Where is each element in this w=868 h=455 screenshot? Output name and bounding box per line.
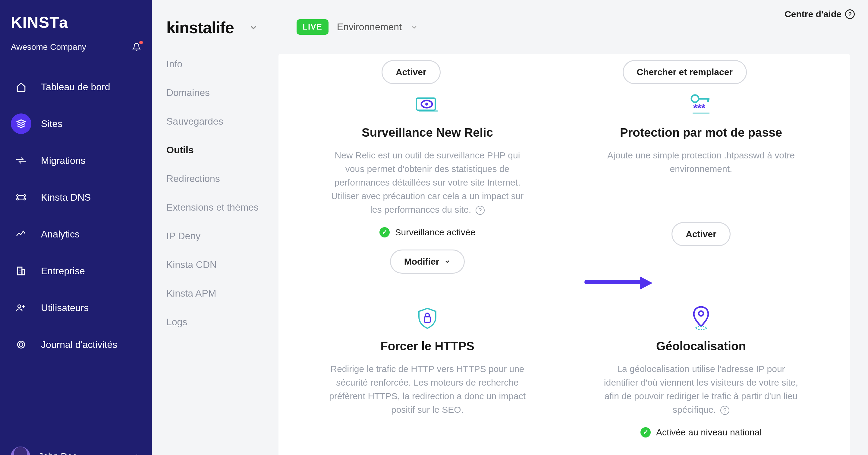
sidebar-item-company[interactable]: Entreprise (11, 257, 141, 285)
user-menu[interactable]: John Doe (11, 447, 141, 455)
svg-rect-20 (424, 317, 430, 322)
tool-title: Géolocalisation (576, 339, 826, 353)
https-icon (303, 304, 552, 333)
notifications-bell[interactable] (132, 42, 141, 52)
sidebar-item-activity-log[interactable]: Journal d'activités (11, 331, 141, 359)
sites-icon (16, 119, 26, 129)
live-badge: LIVE (297, 19, 329, 35)
tool-password-protection: *** Protection par mot de passe Ajoute u… (564, 90, 838, 274)
tool-newrelic: Surveillance New Relic New Relic est un … (290, 90, 564, 274)
subnav-item-backups[interactable]: Sauvegardes (166, 116, 264, 127)
sidebar-item-label: Journal d'activités (41, 339, 117, 350)
svg-rect-19 (692, 113, 710, 114)
subnav-item-redirects[interactable]: Redirections (166, 173, 264, 184)
check-icon: ✓ (379, 227, 390, 237)
status-label: Surveillance activée (395, 227, 475, 237)
subnav-items: Info Domaines Sauvegardes Outils Redirec… (166, 59, 264, 328)
site-subnav: kinstalife Info Domaines Sauvegardes Out… (152, 0, 278, 455)
sidebar-item-migrations[interactable]: Migrations (11, 147, 141, 174)
user-name: John Doe (38, 451, 77, 455)
sidebar-item-dns[interactable]: Kinsta DNS (11, 183, 141, 211)
svg-point-10 (18, 341, 24, 348)
sidebar-item-label: Analytics (41, 229, 80, 240)
svg-point-8 (18, 305, 21, 308)
sidebar-item-users[interactable]: Utilisateurs (11, 294, 141, 322)
info-icon[interactable]: ? (720, 406, 730, 415)
help-center-label: Centre d'aide (784, 9, 841, 19)
search-replace-button[interactable]: Chercher et remplacer (623, 60, 747, 84)
main-area: Centre d'aide ? LIVE Environnement Activ… (278, 0, 868, 455)
password-icon: *** (576, 90, 826, 119)
tool-force-https: Forcer le HTTPS Redirige le trafic de HT… (290, 304, 564, 450)
tool-title: Protection par mot de passe (576, 126, 826, 139)
subnav-item-tools[interactable]: Outils (166, 144, 264, 156)
sidebar-item-label: Migrations (41, 155, 86, 166)
subnav-item-info[interactable]: Info (166, 59, 264, 70)
subnav-item-logs[interactable]: Logs (166, 316, 264, 328)
svg-rect-6 (18, 267, 22, 275)
svg-rect-17 (707, 98, 709, 102)
environment-label: Environnement (337, 22, 402, 33)
svg-point-21 (699, 311, 704, 316)
tools-card: Activer Chercher et remplacer Surveillan… (278, 54, 850, 455)
svg-text:KINST: KINST (11, 15, 59, 31)
sidebar-item-label: Entreprise (41, 265, 85, 277)
check-icon: ✓ (641, 427, 651, 437)
sidebar-item-label: Tableau de bord (41, 82, 110, 93)
tool-status: ✓ Activée au niveau national (576, 427, 826, 437)
sidebar-item-dashboard[interactable]: Tableau de bord (11, 73, 141, 101)
left-sidebar: KINSTa Awesome Company Tableau de bord S… (0, 0, 152, 455)
svg-text:***: *** (693, 102, 705, 113)
svg-point-5 (24, 198, 26, 200)
activity-icon (16, 340, 26, 349)
button-label: Activer (396, 67, 427, 77)
home-icon (16, 82, 26, 92)
chevron-down-icon (249, 23, 258, 32)
svg-point-9 (19, 343, 23, 346)
svg-text:a: a (59, 15, 68, 31)
tool-geolocation: Géolocalisation La géolocalisation utili… (564, 304, 838, 450)
tool-description: Ajoute une simple protection .htpasswd à… (601, 148, 801, 176)
newrelic-icon (303, 90, 552, 119)
environment-selector[interactable]: LIVE Environnement (278, 0, 868, 42)
svg-point-3 (24, 195, 26, 196)
tool-description: La géolocalisation utilise l'adresse IP … (601, 362, 801, 416)
company-name[interactable]: Awesome Company (11, 42, 86, 52)
dns-icon (16, 193, 27, 202)
help-center-link[interactable]: Centre d'aide ? (784, 9, 855, 19)
modify-button[interactable]: Modifier (390, 250, 465, 274)
geolocation-icon (576, 304, 826, 333)
button-label: Activer (686, 229, 716, 239)
status-label: Activée au niveau national (656, 427, 762, 437)
info-icon[interactable]: ? (475, 206, 485, 215)
subnav-item-ip-deny[interactable]: IP Deny (166, 230, 264, 242)
site-selector[interactable]: kinstalife (166, 18, 264, 37)
migration-icon (16, 156, 27, 165)
subnav-item-plugins-themes[interactable]: Extensions et thèmes (166, 202, 264, 213)
tool-title: Forcer le HTTPS (303, 339, 552, 353)
tool-status: ✓ Surveillance activée (303, 227, 552, 237)
sidebar-item-label: Utilisateurs (41, 302, 89, 313)
avatar (11, 447, 30, 455)
sidebar-item-label: Sites (41, 118, 62, 130)
notification-dot (139, 41, 143, 45)
site-name: kinstalife (166, 18, 234, 37)
tool-title: Surveillance New Relic (303, 126, 552, 139)
sidebar-item-sites[interactable]: Sites (11, 110, 141, 138)
tool-description: New Relic est un outil de surveillance P… (328, 148, 527, 216)
activate-button[interactable]: Activer (672, 222, 731, 246)
subnav-item-domains[interactable]: Domaines (166, 87, 264, 98)
svg-point-15 (691, 95, 699, 102)
svg-point-22 (695, 326, 707, 330)
subnav-item-apm[interactable]: Kinsta APM (166, 288, 264, 299)
kinsta-logo: KINSTa (11, 15, 141, 31)
activate-button-top[interactable]: Activer (381, 60, 441, 84)
nav-items: Tableau de bord Sites Migrations Kinsta … (11, 73, 141, 359)
help-icon: ? (845, 9, 855, 19)
svg-rect-7 (22, 270, 25, 275)
svg-point-4 (17, 198, 19, 200)
users-icon (16, 303, 27, 312)
sidebar-item-analytics[interactable]: Analytics (11, 220, 141, 248)
button-label: Chercher et remplacer (637, 67, 733, 77)
subnav-item-cdn[interactable]: Kinsta CDN (166, 259, 264, 271)
